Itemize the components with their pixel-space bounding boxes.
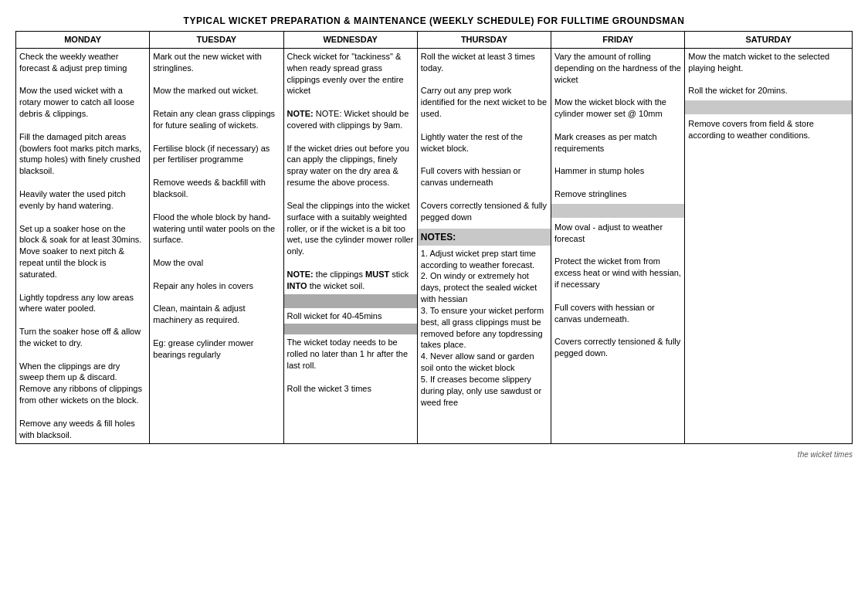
tuesday-text-9: Clean, maintain & adjust machinery as re… [153, 304, 245, 324]
sat-text-2: Roll the wicket for 20mins. [688, 86, 787, 95]
tuesday-cell: Mark out the new wicket with stringlines… [150, 48, 283, 443]
thursday-cell: Roll the wicket at least 3 times today. … [417, 48, 551, 443]
header-wednesday: WEDNESDAY [283, 32, 417, 49]
monday-text-4: Heavily water the used pitch evenly by h… [19, 189, 126, 210]
sat-text-1: Mow the match wicket to the selected pla… [688, 52, 829, 73]
wed-text-3: If the wicket dries out before you can a… [287, 144, 409, 188]
footer: the wicket times [15, 450, 853, 459]
note-4: 4. Never allow sand or garden soil onto … [421, 351, 534, 372]
thu-text-1: Roll the wicket at least 3 times today. [421, 52, 535, 73]
tuesday-text-2: Mow the marked out wicket. [153, 86, 258, 95]
monday-text-2: Mow the used wicket with a rotary mower … [19, 86, 134, 118]
note-1: 1. Adjust wicket prep start time accordi… [421, 249, 536, 270]
tuesday-text-1: Mark out the new wicket with stringlines… [153, 52, 262, 73]
monday-text-1: Check the weekly weather forecast & adju… [19, 52, 127, 73]
header-friday: FRIDAY [551, 32, 685, 49]
header-tuesday: TUESDAY [150, 32, 283, 49]
tuesday-text-4: Fertilise block (if necessary) as per fe… [153, 144, 270, 165]
fri-text-9: Covers correctly tensioned & fully pegge… [554, 337, 680, 358]
monday-cell: Check the weekly weather forecast & adju… [16, 48, 150, 443]
friday-cell: Vary the amount of rolling depending on … [551, 48, 685, 443]
note-5: 5. If creases become slippery during pla… [421, 375, 541, 407]
tuesday-text-7: Mow the oval [153, 258, 203, 267]
thu-text-5: Covers correctly tensioned & fully pegge… [421, 201, 547, 222]
tuesday-text-8: Repair any holes in covers [153, 281, 253, 290]
tuesday-text-3: Retain any clean grass clippings for fut… [153, 109, 275, 130]
sat-text-3: Remove covers from field & store accordi… [688, 119, 814, 140]
notes-label: NOTES: [421, 232, 456, 243]
tuesday-text-10: Eg: grease cylinder mower bearings regul… [153, 338, 253, 359]
monday-text-8: When the clippings are dry sweep them up… [19, 361, 142, 405]
header-thursday: THURSDAY [417, 32, 551, 49]
wed-text-4: Seal the clippings into the wicket surfa… [287, 201, 414, 256]
tuesday-text-6: Flood the whole block by hand-watering u… [153, 212, 275, 245]
fri-text-2: Mow the wicket block with the cylinder m… [554, 97, 666, 118]
wed-note-1: NOTE: NOTE: Wicket should be covered wit… [287, 109, 409, 130]
fri-text-3: Mark creases as per match requirements [554, 132, 657, 153]
page-title: TYPICAL WICKET PREPARATION & MAINTENANCE… [15, 15, 853, 26]
wed-text-8: Roll the wicket 3 times [287, 384, 371, 393]
wed-text-1: Check wicket for "tackiness" & when read… [287, 52, 404, 96]
wednesday-cell: Check wicket for "tackiness" & when read… [283, 48, 417, 443]
fri-text-4: Hammer in stump holes [554, 166, 644, 175]
note-2: 2. On windy or extremely hot days, prote… [421, 271, 537, 304]
monday-text-6: Lightly topdress any low areas where wat… [19, 293, 134, 314]
monday-text-9: Remove any weeds & fill holes with black… [19, 419, 135, 439]
note-3: 3. To ensure your wicket perform best, a… [421, 306, 544, 350]
header-saturday: SATURDAY [685, 32, 853, 49]
wed-text-6: Roll wicket for 40-45mins [287, 311, 382, 321]
header-monday: MONDAY [16, 32, 150, 49]
fri-text-5: Remove stringlines [554, 189, 627, 198]
fri-text-8: Full covers with hessian or canvas under… [554, 303, 655, 324]
wed-note-2: NOTE: the clippings MUST stick INTO the … [287, 270, 409, 290]
thu-text-3: Lightly water the rest of the wicket blo… [421, 132, 523, 153]
monday-text-7: Turn the soaker hose off & allow the wic… [19, 327, 141, 348]
fri-text-1: Vary the amount of rolling depending on … [554, 52, 681, 84]
monday-text-3: Fill the damaged pitch areas (bowlers fo… [19, 132, 141, 176]
tuesday-text-5: Remove weeds & backfill with blacksoil. [153, 178, 266, 198]
fri-text-6: Mow oval - adjust to weather forecast [554, 222, 663, 243]
thu-text-4: Full covers with hessian or canvas under… [421, 166, 521, 187]
saturday-cell: Mow the match wicket to the selected pla… [685, 48, 853, 443]
monday-text-5: Set up a soaker hose on the block & soak… [19, 224, 141, 279]
wed-text-7: The wicket today needs to be rolled no l… [287, 338, 409, 370]
thu-text-2: Carry out any prep work identified for t… [421, 86, 547, 118]
fri-text-7: Protect the wicket from from excess heat… [554, 256, 681, 289]
